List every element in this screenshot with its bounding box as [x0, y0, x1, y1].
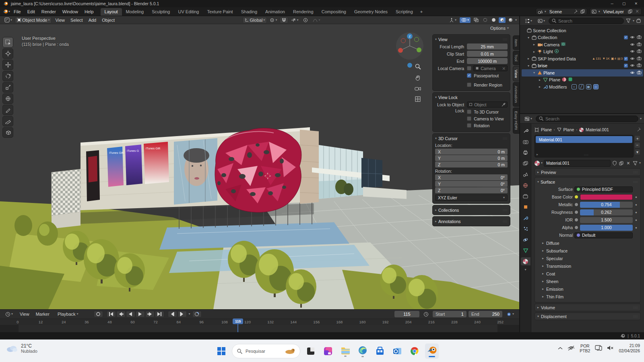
cursor-location-field[interactable]: X0 m	[435, 149, 508, 155]
keying-set-button[interactable]: ▾	[504, 311, 516, 317]
roughness-slider[interactable]: 0.262	[580, 209, 633, 215]
add-cube-tool[interactable]	[2, 127, 13, 138]
render-region-checkbox[interactable]	[467, 83, 471, 87]
alpha-slider[interactable]: 1.000	[580, 225, 633, 231]
language-indicator[interactable]: PORPTB2	[580, 343, 590, 353]
npanel-tab-easy-hdri[interactable]: Easy HDRI	[513, 108, 519, 134]
collection-checkbox[interactable]	[624, 64, 628, 68]
collection-checkbox[interactable]	[624, 35, 628, 39]
collection-checkbox[interactable]	[624, 57, 628, 61]
properties-search-input[interactable]: Search	[536, 116, 638, 122]
pin-id-icon[interactable]	[636, 127, 641, 132]
phone-link-icon[interactable]	[595, 345, 602, 352]
cursor-tool[interactable]	[2, 48, 13, 59]
cursor-rotation-field[interactable]: Y0°	[435, 181, 508, 187]
npanel-tab-item[interactable]: Item	[513, 35, 519, 50]
material-slot-list[interactable]: Material.001 ▸:::: ＋ − ▾	[535, 135, 634, 157]
preview-range-toggle[interactable]	[421, 311, 431, 317]
material-subsection-coat[interactable]: ▸Coat	[537, 270, 638, 277]
displacement-panel[interactable]: ▾Displacement::::	[535, 312, 641, 320]
clock-date[interactable]: 21:09 02/04/2026	[619, 343, 640, 354]
hide-eye-icon[interactable]	[630, 42, 635, 47]
fake-user-shield-icon[interactable]	[612, 160, 617, 166]
slot-specials-button[interactable]: ▾	[634, 149, 640, 155]
unlink-material-button[interactable]: ✕	[625, 160, 631, 166]
hide-eye-icon[interactable]	[630, 63, 635, 68]
play-button[interactable]	[136, 311, 145, 317]
workspace-tab-rendering[interactable]: Rendering	[289, 8, 318, 16]
scale-tool[interactable]	[2, 82, 13, 93]
surface-panel-header[interactable]: ▾Surface::::	[537, 178, 638, 185]
timeline-ruler[interactable]: 0122436486072849610812013214415616818019…	[0, 319, 519, 325]
editor-type-button[interactable]: ▾	[2, 17, 14, 23]
shading-dropdown[interactable]: ▾	[515, 19, 517, 22]
hide-eye-icon[interactable]	[630, 56, 635, 61]
disable-render-icon[interactable]	[637, 70, 642, 75]
workspace-tab-animation[interactable]: Animation	[261, 8, 289, 16]
disable-render-icon[interactable]	[637, 49, 642, 54]
disable-render-icon[interactable]	[637, 56, 642, 61]
material-subsection-specular[interactable]: ▸Specular	[537, 254, 638, 262]
shading-solid-button[interactable]	[490, 17, 497, 23]
field-value[interactable]: 25 mm	[467, 43, 508, 50]
checkbox[interactable]	[467, 116, 471, 121]
jump-to-end-button[interactable]	[155, 311, 164, 317]
viewport-options-button[interactable]: Options▾	[490, 26, 509, 31]
material-subsection-diffuse[interactable]: ▸Diffuse	[537, 239, 638, 247]
collections-panel[interactable]: ▸Collections::::	[432, 205, 510, 215]
viewport-menu-view[interactable]: View	[52, 17, 68, 23]
app-chrome-icon[interactable]	[408, 343, 421, 359]
material-slot-selected[interactable]: Material.001	[536, 136, 632, 143]
tab-output[interactable]	[521, 149, 530, 157]
cursor-3d-header[interactable]: ▾3D Cursor::::	[435, 135, 508, 142]
volume-panel[interactable]: ▸Volume::::	[535, 304, 641, 311]
measure-tool[interactable]	[2, 116, 13, 126]
menu-window[interactable]: Window	[59, 8, 81, 15]
copy-icon[interactable]	[619, 160, 624, 166]
outliner-display-mode-button[interactable]: ▾	[522, 18, 534, 24]
show-gizmo-toggle[interactable]: ▾	[447, 17, 458, 23]
tab-tool[interactable]	[521, 127, 530, 135]
add-workspace-button[interactable]: +	[417, 8, 425, 15]
normal-field[interactable]: Default	[574, 232, 633, 238]
playback-sync-button[interactable]	[192, 311, 202, 317]
viewport-menu-object[interactable]: Object	[99, 17, 118, 23]
hide-eye-icon[interactable]	[630, 35, 635, 40]
menu-edit[interactable]: Edit	[24, 8, 38, 15]
jump-to-start-button[interactable]	[107, 311, 116, 317]
app-copilot-icon[interactable]	[321, 343, 335, 359]
rotation-mode-dropdown[interactable]: XYZ Euler▾	[435, 194, 508, 201]
frame-jump-dropdown[interactable]: ▾	[189, 312, 190, 316]
app-store-icon[interactable]	[373, 343, 387, 359]
hidden-icons-chevron[interactable]	[558, 346, 563, 351]
show-overlays-toggle[interactable]: ▾	[459, 17, 471, 23]
view-panel-header[interactable]: ▾View::::	[435, 36, 508, 43]
tab-object-data[interactable]	[521, 246, 530, 254]
camera-view-icon[interactable]	[415, 86, 421, 92]
outliner-row-brise[interactable]: ▾ brise	[522, 62, 643, 70]
menu-render[interactable]: Render	[38, 8, 59, 15]
workspace-tab-texture-paint[interactable]: Texture Paint	[203, 8, 237, 16]
taskbar-search[interactable]: Pesquisar	[232, 344, 300, 358]
properties-display-button[interactable]: ▾	[522, 116, 534, 122]
start-frame-field[interactable]: Start1	[433, 311, 466, 317]
tab-render[interactable]	[521, 138, 530, 146]
tab-view-layer[interactable]	[521, 159, 530, 168]
lock-to-object-field[interactable]: Object	[467, 101, 508, 108]
field-value[interactable]: 0.01 m	[467, 51, 508, 57]
current-frame-field[interactable]: 115	[394, 311, 419, 317]
filter-funnel-icon[interactable]	[625, 18, 631, 24]
menu-file[interactable]: File	[10, 8, 24, 15]
outliner-row-collection[interactable]: ▾ Collection	[522, 34, 643, 41]
start-button[interactable]	[215, 343, 228, 359]
new-collection-button[interactable]	[636, 18, 642, 24]
modifier-chip-icon[interactable]: ◎	[593, 84, 599, 89]
transform-tool[interactable]	[2, 93, 13, 104]
tab-world[interactable]	[521, 181, 530, 189]
blender-menu-icon[interactable]	[2, 9, 8, 14]
eyedropper-icon[interactable]	[502, 103, 506, 107]
zoom-icon[interactable]	[415, 64, 421, 70]
pivot-point-selector[interactable]: ▾	[268, 17, 279, 23]
prev-frame-button[interactable]	[168, 311, 177, 317]
volume-muted-icon[interactable]	[607, 345, 614, 352]
